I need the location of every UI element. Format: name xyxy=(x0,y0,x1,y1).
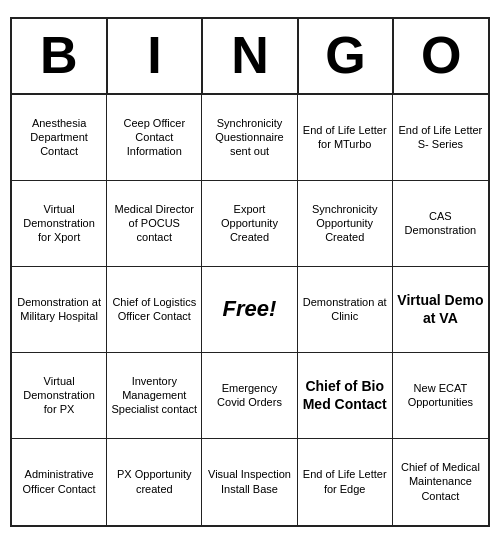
cell-text-o2: CAS Demonstration xyxy=(397,209,484,238)
bingo-letter-g: G xyxy=(299,19,395,92)
bingo-cell-g3[interactable]: Demonstration at Clinic xyxy=(298,267,393,353)
cell-text-i2: Medical Director of POCUS contact xyxy=(111,202,197,245)
cell-text-o1: End of Life Letter S- Series xyxy=(397,123,484,152)
cell-text-o5: Chief of Medical Maintenance Contact xyxy=(397,460,484,503)
cell-text-g2: Synchronicity Opportunity Created xyxy=(302,202,388,245)
cell-text-g1: End of Life Letter for MTurbo xyxy=(302,123,388,152)
cell-text-i3: Chief of Logistics Officer Contact xyxy=(111,295,197,324)
cell-text-b4: Virtual Demonstration for PX xyxy=(16,374,102,417)
bingo-cell-n4[interactable]: Emergency Covid Orders xyxy=(202,353,297,439)
bingo-cell-n1[interactable]: Synchronicity Questionnaire sent out xyxy=(202,95,297,181)
cell-text-i4: Inventory Management Specialist contact xyxy=(111,374,197,417)
cell-text-i5: PX Opportunity created xyxy=(111,467,197,496)
cell-text-n1: Synchronicity Questionnaire sent out xyxy=(206,116,292,159)
cell-text-o4: New ECAT Opportunities xyxy=(397,381,484,410)
bingo-cell-o4[interactable]: New ECAT Opportunities xyxy=(393,353,488,439)
cell-text-g5: End of Life Letter for Edge xyxy=(302,467,388,496)
cell-text-b5: Administrative Officer Contact xyxy=(16,467,102,496)
bingo-cell-o2[interactable]: CAS Demonstration xyxy=(393,181,488,267)
bingo-cell-n2[interactable]: Export Opportunity Created xyxy=(202,181,297,267)
bingo-cell-i5[interactable]: PX Opportunity created xyxy=(107,439,202,525)
bingo-cell-o1[interactable]: End of Life Letter S- Series xyxy=(393,95,488,181)
bingo-card: BINGO Anesthesia Department ContactCeep … xyxy=(10,17,490,526)
bingo-cell-g2[interactable]: Synchronicity Opportunity Created xyxy=(298,181,393,267)
bingo-cell-b3[interactable]: Demonstration at Military Hospital xyxy=(12,267,107,353)
bingo-cell-b4[interactable]: Virtual Demonstration for PX xyxy=(12,353,107,439)
bingo-cell-i4[interactable]: Inventory Management Specialist contact xyxy=(107,353,202,439)
bingo-letter-o: O xyxy=(394,19,488,92)
cell-text-o3: Virtual Demo at VA xyxy=(397,291,484,327)
bingo-cell-g4[interactable]: Chief of Bio Med Contact xyxy=(298,353,393,439)
bingo-cell-o3[interactable]: Virtual Demo at VA xyxy=(393,267,488,353)
bingo-letter-i: I xyxy=(108,19,204,92)
bingo-cell-n5[interactable]: Visual Inspection Install Base xyxy=(202,439,297,525)
cell-text-g3: Demonstration at Clinic xyxy=(302,295,388,324)
bingo-header: BINGO xyxy=(12,19,488,94)
bingo-letter-b: B xyxy=(12,19,108,92)
bingo-cell-n3[interactable]: Free! xyxy=(202,267,297,353)
bingo-cell-b1[interactable]: Anesthesia Department Contact xyxy=(12,95,107,181)
bingo-cell-o5[interactable]: Chief of Medical Maintenance Contact xyxy=(393,439,488,525)
cell-text-b2: Virtual Demonstration for Xport xyxy=(16,202,102,245)
cell-text-n5: Visual Inspection Install Base xyxy=(206,467,292,496)
cell-text-b3: Demonstration at Military Hospital xyxy=(16,295,102,324)
bingo-cell-g1[interactable]: End of Life Letter for MTurbo xyxy=(298,95,393,181)
bingo-cell-i2[interactable]: Medical Director of POCUS contact xyxy=(107,181,202,267)
bingo-cell-i3[interactable]: Chief of Logistics Officer Contact xyxy=(107,267,202,353)
bingo-letter-n: N xyxy=(203,19,299,92)
bingo-cell-b5[interactable]: Administrative Officer Contact xyxy=(12,439,107,525)
cell-text-n3: Free! xyxy=(223,295,277,324)
cell-text-g4: Chief of Bio Med Contact xyxy=(302,377,388,413)
bingo-cell-b2[interactable]: Virtual Demonstration for Xport xyxy=(12,181,107,267)
bingo-cell-g5[interactable]: End of Life Letter for Edge xyxy=(298,439,393,525)
bingo-grid: Anesthesia Department ContactCeep Office… xyxy=(12,95,488,525)
cell-text-n2: Export Opportunity Created xyxy=(206,202,292,245)
bingo-cell-i1[interactable]: Ceep Officer Contact Information xyxy=(107,95,202,181)
cell-text-i1: Ceep Officer Contact Information xyxy=(111,116,197,159)
cell-text-n4: Emergency Covid Orders xyxy=(206,381,292,410)
cell-text-b1: Anesthesia Department Contact xyxy=(16,116,102,159)
